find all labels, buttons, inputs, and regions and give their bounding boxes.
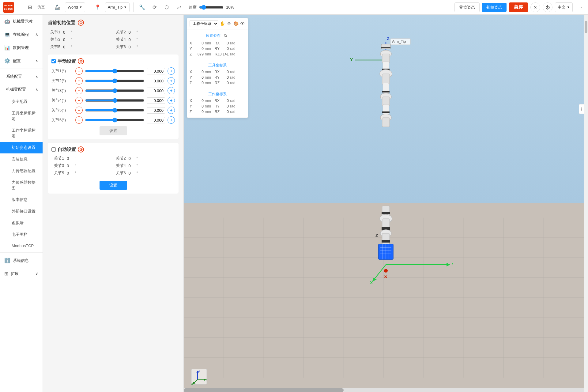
joint1-slider[interactable] xyxy=(85,69,144,74)
tool3-icon-btn[interactable]: ⬡ xyxy=(162,2,172,12)
joint6-slider[interactable] xyxy=(85,118,144,123)
sidebar-item-programming[interactable]: 💻 在线编程 ∧ xyxy=(0,28,43,41)
tool-ry-label: RY xyxy=(212,75,220,80)
sidebar-item-armconfig[interactable]: 机械臂配置 ∧ xyxy=(0,83,43,96)
joint1-input[interactable] xyxy=(147,68,165,74)
joint-cell-4: 关节4 0 ° xyxy=(116,37,176,42)
joint1-minus-btn[interactable]: − xyxy=(75,67,83,75)
sidebar-config-label: 配置 xyxy=(13,58,21,64)
sidebar-sub-toolcoord[interactable]: 工具坐标系标定 xyxy=(0,107,43,125)
arm-tip-dropdown[interactable]: Arm_Tip ▼ xyxy=(105,2,130,12)
manual-checkbox[interactable] xyxy=(51,59,56,63)
arm-tip-chevron-icon: ▼ xyxy=(124,6,127,9)
estop-button[interactable]: 急停 xyxy=(509,2,528,12)
joint3-input[interactable] xyxy=(147,88,165,94)
init-pose-button[interactable]: 初始姿态 xyxy=(482,3,507,12)
coord-copy-icon-btn[interactable]: ⧉ xyxy=(222,32,229,39)
content-area: 当前初始位置 ① 关节1 0 ° 关节2 0 ° 关节3 0 ° xyxy=(43,15,588,392)
work-rz-label: RZ xyxy=(212,110,220,114)
svg-text:Z: Z xyxy=(387,36,390,41)
sidebar-sub-install[interactable]: 安装信息 xyxy=(0,153,43,165)
sidebar-data-label: 数据管理 xyxy=(13,45,29,51)
sidebar-sub-virtualwall[interactable]: 虚拟墙 xyxy=(0,217,43,229)
tip-icon-btn[interactable]: 📍 xyxy=(93,2,103,12)
lang-label: 中文 xyxy=(558,5,566,10)
svg-text:X: X xyxy=(191,382,193,385)
joint6-plus-btn[interactable]: + xyxy=(168,116,175,124)
joint5-plus-btn[interactable]: + xyxy=(168,107,175,114)
work-rx-label: RX xyxy=(212,99,220,103)
sidebar-sub-initpose[interactable]: 初始姿态设置 xyxy=(0,142,43,153)
joint3-minus-btn[interactable]: − xyxy=(75,87,83,94)
viewport-scrollbar-thumb[interactable] xyxy=(184,388,344,392)
tool-rz-unit: rad xyxy=(230,81,237,85)
zero-pose-button[interactable]: 零位姿态 xyxy=(454,2,480,12)
sidebar-sub-geofence[interactable]: 电子围栏 xyxy=(0,229,43,240)
sysinfo-icon: ℹ️ xyxy=(4,258,10,263)
coord-tool-icon-btn[interactable]: ⊕ xyxy=(226,20,232,27)
joint4-slider[interactable] xyxy=(85,98,144,103)
work-x-val: 0 xyxy=(194,99,204,103)
joint4-minus-btn[interactable]: − xyxy=(75,97,83,104)
sidebar-item-config[interactable]: ⚙️ 配置 ∧ xyxy=(0,54,43,67)
joint6-input[interactable] xyxy=(147,117,165,123)
sidebar-sub-safety[interactable]: 安全配置 xyxy=(0,96,43,107)
coord-hand-icon-btn[interactable]: ✋ xyxy=(220,20,225,27)
sidebar-sub-workcoord[interactable]: 工作坐标系标定 xyxy=(0,125,43,142)
joint2-slider[interactable] xyxy=(85,78,144,83)
coord-paint-icon-btn[interactable]: 🎨 xyxy=(233,20,239,27)
coord-dropdown[interactable]: 工作坐标系 工具坐标系 基坐标系 xyxy=(190,20,218,27)
tool4-icon-btn[interactable]: ⇄ xyxy=(174,2,184,12)
slider-row-3: 关节3(°) − + xyxy=(51,87,175,94)
right-scrollbar[interactable] xyxy=(584,15,588,392)
svg-text:Y: Y xyxy=(205,379,207,382)
joint2-minus-btn[interactable]: − xyxy=(75,77,83,85)
joint4-input[interactable] xyxy=(147,97,165,104)
cross-icon-btn[interactable]: ✕ xyxy=(530,2,540,12)
joint1-label: 关节1 xyxy=(50,29,61,35)
joint3-value: 0 xyxy=(63,37,69,42)
coord-tool-row-y: Y 0 mm RY 0 rad xyxy=(190,75,245,80)
joint4-plus-btn[interactable]: + xyxy=(168,97,175,104)
joint5-slider[interactable] xyxy=(85,108,144,113)
sidebar-sub-version[interactable]: 版本信息 xyxy=(0,194,43,205)
sidebar-item-extend[interactable]: ⊞ 扩展 ∨ xyxy=(0,267,43,280)
joint5-input[interactable] xyxy=(147,107,165,114)
language-dropdown[interactable]: 中文 ▼ xyxy=(555,2,573,12)
collapse-panel-btn[interactable]: ⟪ xyxy=(579,104,584,114)
arm-tip-label: Arm_Tip xyxy=(108,5,123,9)
section2-set-button[interactable]: 设置 xyxy=(100,126,127,135)
joint3-plus-btn[interactable]: + xyxy=(168,87,175,94)
section3-set-button[interactable]: 设置 xyxy=(100,181,127,190)
joint6-minus-btn[interactable]: − xyxy=(75,116,83,124)
tool-rz-val: 0 xyxy=(220,81,229,85)
sidebar-item-sysinfo[interactable]: ℹ️ 系统信息 xyxy=(0,254,43,267)
joint2-plus-btn[interactable]: + xyxy=(168,77,175,85)
sidebar-item-data[interactable]: 📊 数据管理 xyxy=(0,41,43,54)
logo: realman 睿尔曼智能 xyxy=(3,2,14,13)
svg-text:Y: Y xyxy=(452,262,453,267)
coord-rx-val: 0 xyxy=(220,41,229,45)
arm-icon-btn[interactable]: 🦾 xyxy=(53,2,62,12)
joint3-slider[interactable] xyxy=(85,88,144,93)
sidebar-sub-forcesensor[interactable]: 力传感器配置 xyxy=(0,165,43,177)
work-y-val: 0 xyxy=(194,104,204,108)
mode-icon-btn[interactable]: ⊞ xyxy=(25,2,35,12)
coord-eye-icon-btn[interactable]: 👁 xyxy=(240,20,245,27)
sidebar-sub-forcedata[interactable]: 力传感器数据图 xyxy=(0,177,43,194)
coord-section1-label: 位置姿态 xyxy=(206,33,221,38)
sidebar-sub-extinterface[interactable]: 外部接口设置 xyxy=(0,205,43,217)
tool1-icon-btn[interactable]: 🔧 xyxy=(137,2,147,12)
joint2-input[interactable] xyxy=(147,78,165,84)
logout-button[interactable]: → xyxy=(575,2,585,12)
auto-checkbox[interactable] xyxy=(51,147,56,152)
sidebar-item-teach[interactable]: 🤖 机械臂示教 xyxy=(0,15,43,28)
joint5-minus-btn[interactable]: − xyxy=(75,107,83,114)
tool2-icon-btn[interactable]: ⟳ xyxy=(149,2,159,12)
speed-slider[interactable] xyxy=(199,5,224,10)
power-icon-btn[interactable]: ⏻ xyxy=(543,2,552,12)
sidebar-sub-modbustcp[interactable]: ModbusTCP xyxy=(0,240,43,251)
world-dropdown[interactable]: World ▼ xyxy=(65,2,85,12)
joint1-plus-btn[interactable]: + xyxy=(168,67,175,75)
sidebar-item-sysconfg[interactable]: 系统配置 ∧ xyxy=(0,70,43,83)
